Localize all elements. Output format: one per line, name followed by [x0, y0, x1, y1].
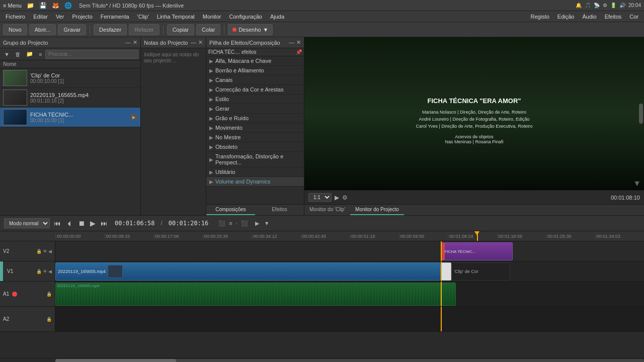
track-content-v1[interactable]: 20220119_165655.mp4 'Clip' de Cor: [55, 261, 644, 281]
workspace-efeitos[interactable]: Efeitos: [601, 13, 625, 21]
settings-icon[interactable]: ⚙: [603, 3, 607, 8]
gravar-button[interactable]: Gravar: [58, 24, 86, 35]
effect-cat-canais[interactable]: ▶Canais: [206, 75, 304, 85]
track-lock-v2[interactable]: 🔒: [36, 249, 42, 254]
notes-panel-close[interactable]: ✕: [198, 39, 203, 46]
timeline-horizontal-scrollbar[interactable]: [55, 359, 644, 362]
effect-cat-correccao[interactable]: ▶Correcção da Cor e Arestas: [206, 85, 304, 95]
effect-cat-volume[interactable]: ▶Volume and Dynamics: [206, 177, 304, 187]
track-mute-v2[interactable]: ◀: [48, 249, 52, 254]
track-eye-v1[interactable]: 👁: [43, 269, 47, 274]
effect-cat-transformacao[interactable]: ▶Transformação, Distorção e Perspect...: [206, 152, 304, 167]
desenho-button[interactable]: Desenho ▼: [228, 24, 273, 35]
preview-zoom-select[interactable]: 1:1: [308, 193, 332, 202]
track-lock-v1[interactable]: 🔒: [36, 269, 42, 274]
project-dropdown[interactable]: ▼: [2, 51, 12, 58]
menu-configuracao[interactable]: Configuração: [225, 13, 265, 21]
project-panel-close[interactable]: ✕: [133, 39, 137, 46]
project-panel-minimize[interactable]: —: [125, 39, 131, 46]
track-content-a1[interactable]: 20220119_165655.mp4: [55, 282, 644, 306]
notes-panel-minimize[interactable]: —: [191, 39, 196, 46]
track-content-a2[interactable]: [55, 307, 644, 331]
preview-scrollbar: [639, 104, 643, 124]
project-menu[interactable]: ≡: [37, 51, 44, 58]
effect-cat-utilitario[interactable]: ▶Utilitário: [206, 167, 304, 177]
effect-cat-grao[interactable]: ▶Grão e Ruído: [206, 114, 304, 123]
menu-ajuda[interactable]: Ajuda: [267, 13, 288, 21]
menu-editar[interactable]: Editar: [30, 13, 51, 21]
track-lock-a2[interactable]: 🔒: [46, 317, 52, 322]
project-add[interactable]: 🗑: [13, 51, 23, 58]
refazer-button[interactable]: Refazer: [129, 24, 159, 35]
tab-efeitos[interactable]: Efeitos: [255, 205, 304, 215]
clip-item-color[interactable]: 'Clip' de Cor 00:00:10:00 [1]: [0, 68, 140, 88]
network-icon[interactable]: 📡: [594, 3, 600, 8]
track-content-v2[interactable]: FICHA TÉCNIC...: [55, 241, 644, 261]
menu-button[interactable]: ≡ Menu: [3, 3, 22, 9]
clip-item-video[interactable]: 20220119_165655.mp4 00:01:10:16 [2]: [0, 88, 140, 108]
preview-settings-btn[interactable]: ⚙: [342, 194, 348, 201]
timeline-scroll-thumb[interactable]: [55, 359, 176, 362]
total-timecode: 00:01:20:16: [169, 220, 208, 227]
tab-composicoes[interactable]: Composições: [206, 205, 255, 215]
tab-monitor-projecto[interactable]: Monitor do Projecto: [350, 205, 404, 215]
effect-cat-movimento[interactable]: ▶Movimento: [206, 123, 304, 133]
clip-duration-title: 00:00:15:00 [1]: [30, 118, 127, 123]
timeline-clip-cor-v1[interactable]: [441, 262, 451, 281]
menu-ver[interactable]: Ver: [52, 13, 68, 21]
effects-panel-minimize[interactable]: —: [289, 39, 294, 46]
track-mute-v1[interactable]: ◀: [48, 269, 52, 274]
audio-icon[interactable]: 🎵: [585, 3, 591, 8]
menu-ficheiro[interactable]: Ficheiro: [2, 13, 29, 21]
timeline-audio-clip-a1[interactable]: 20220119_165655.mp4: [55, 283, 456, 306]
transport-playback-btn[interactable]: ▶: [254, 220, 260, 227]
copiar-button[interactable]: Copiar: [167, 24, 194, 35]
effect-cat-nomestre[interactable]: ▶No Mestre: [206, 133, 304, 142]
tab-monitor-clip[interactable]: Monitor do 'Clip': [304, 205, 350, 215]
track-name-v2: V2: [3, 248, 9, 254]
transport-icon-4[interactable]: ⬛: [240, 220, 249, 227]
transport-icon-3[interactable]: ·: [235, 220, 238, 227]
transport-stop[interactable]: ⏹: [77, 219, 86, 227]
abrir-button[interactable]: Abrir...: [29, 24, 56, 35]
effect-cat-alfa[interactable]: ▶Alfa, Máscara e Chave: [206, 56, 304, 66]
timeline-clip-video-v1[interactable]: 20220119_165655.mp4: [55, 262, 441, 281]
desfazer-button[interactable]: Desfazer: [94, 24, 127, 35]
effect-cat-gerar[interactable]: ▶Gerar: [206, 104, 304, 114]
track-lock-a1[interactable]: 🔒: [46, 292, 52, 297]
menu-projecto[interactable]: Projecto: [68, 13, 96, 21]
timeline-clip-dark-v1[interactable]: 'Clip' de Cor: [451, 262, 510, 281]
menu-clip[interactable]: 'Clip': [134, 13, 152, 21]
track-eye-v2[interactable]: 👁: [43, 249, 47, 254]
effect-cat-borrao[interactable]: ▶Borrão e Afilamento: [206, 66, 304, 75]
transport-play-backward[interactable]: ⏴: [65, 219, 74, 227]
transport-prev-frame[interactable]: ⏮: [53, 219, 62, 227]
preview-ctrl-btn[interactable]: ▶: [335, 194, 339, 201]
colar-button[interactable]: Colar: [196, 24, 220, 35]
workspace-cor[interactable]: Cor: [626, 13, 642, 21]
workspace-audio[interactable]: Áudio: [579, 13, 600, 21]
transport-dropdown[interactable]: ▼: [263, 220, 271, 226]
mode-select[interactable]: Modo normal: [4, 218, 50, 228]
workspace-edicao[interactable]: Edição: [554, 13, 578, 21]
project-search-input[interactable]: [45, 50, 138, 59]
menu-ferramenta[interactable]: Ferramenta: [97, 13, 133, 21]
effect-cat-estilo[interactable]: ▶Estilo: [206, 95, 304, 104]
menu-linha-temporal[interactable]: Linha Temporal: [153, 13, 198, 21]
transport-icon-2[interactable]: ≡: [228, 220, 233, 227]
transport-next-frame[interactable]: ⏭: [100, 219, 109, 227]
notification-icon[interactable]: 🔔: [576, 3, 582, 8]
novo-button[interactable]: Novo: [3, 24, 27, 35]
timeline-clip-ficha-v2[interactable]: FICHA TÉCNIC...: [442, 242, 512, 260]
menu-monitor[interactable]: Monitor: [199, 13, 225, 21]
project-folder[interactable]: 📁: [24, 50, 35, 58]
effects-panel-close[interactable]: ✕: [296, 39, 301, 46]
project-col-name: Nome: [0, 60, 140, 68]
workspace-registo[interactable]: Registo: [527, 13, 553, 21]
volume-icon[interactable]: 🔊: [619, 3, 625, 8]
timeline-scroll: [0, 358, 644, 362]
transport-icon-1[interactable]: ⬛: [217, 220, 226, 227]
transport-play[interactable]: ▶: [89, 219, 97, 227]
clip-item-title[interactable]: FICHA TÉCNIC... 00:00:15:00 [1] ▶: [0, 108, 140, 127]
effect-cat-obsoleto[interactable]: ▶Obsoleto: [206, 142, 304, 152]
